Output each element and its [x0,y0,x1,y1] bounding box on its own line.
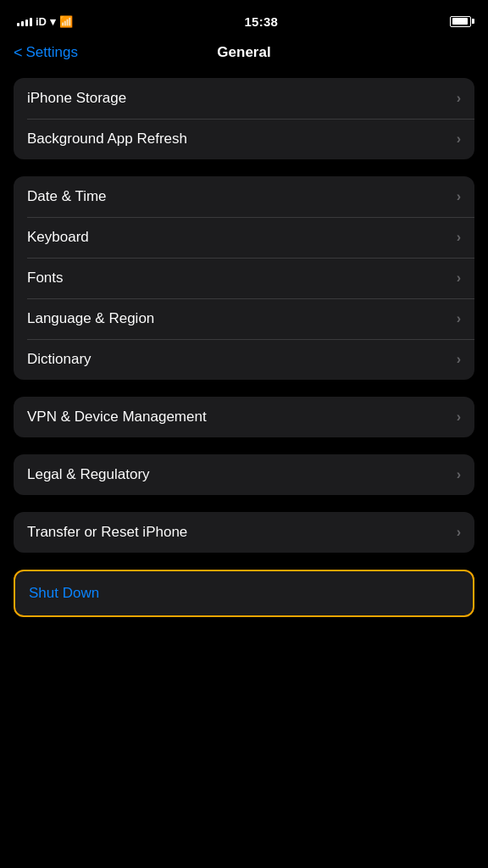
settings-row-vpn-device-management[interactable]: VPN & Device Management › [14,397,474,437]
row-label-date-time: Date & Time [27,188,107,205]
chevron-right-icon: › [457,525,461,540]
status-right [450,16,471,27]
battery-fill [452,18,468,25]
settings-group-5: Transfer or Reset iPhone › [14,512,474,553]
row-label-dictionary: Dictionary [27,351,92,368]
settings-content: iPhone Storage › Background App Refresh … [0,71,488,651]
battery-icon [450,16,471,27]
chevron-right-icon: › [457,409,461,425]
row-label-background-app-refresh: Background App Refresh [27,131,187,147]
chevron-right-icon: › [457,311,461,326]
signal-bars [17,16,32,26]
chevron-right-icon: › [457,230,461,245]
chevron-right-icon: › [457,189,461,204]
signal-bar-4 [30,18,32,26]
settings-row-iphone-storage[interactable]: iPhone Storage › [14,78,474,119]
settings-row-keyboard[interactable]: Keyboard › [14,217,474,258]
settings-row-date-time[interactable]: Date & Time › [14,176,474,217]
carrier-label: iD [36,15,47,28]
back-button[interactable]: < Settings [14,44,78,61]
shutdown-button[interactable]: Shut Down [15,571,473,615]
row-label-transfer-reset: Transfer or Reset iPhone [27,524,187,541]
row-label-legal-regulatory: Legal & Regulatory [27,466,150,483]
chevron-right-icon: › [457,131,461,147]
row-label-fonts: Fonts [27,270,64,287]
settings-group-2: Date & Time › Keyboard › Fonts › Languag… [14,176,474,380]
status-time: 15:38 [244,14,278,29]
signal-bar-1 [17,23,19,26]
settings-row-dictionary[interactable]: Dictionary › [14,339,474,380]
status-left: iD ▾ 📶 [17,15,73,28]
status-bar: iD ▾ 📶 15:38 [0,0,488,37]
back-chevron-icon: < [14,45,23,60]
chevron-right-icon: › [457,270,461,286]
settings-row-fonts[interactable]: Fonts › [14,258,474,298]
shutdown-label: Shut Down [29,585,99,602]
row-label-vpn-device-management: VPN & Device Management [27,409,207,426]
signal-bar-2 [21,21,24,26]
settings-group-4: Legal & Regulatory › [14,454,474,495]
settings-row-language-region[interactable]: Language & Region › [14,298,474,339]
shutdown-group: Shut Down [14,570,474,617]
settings-group-3: VPN & Device Management › [14,397,474,437]
signal-bar-3 [25,19,28,26]
nav-bar: < Settings General [0,37,488,71]
row-label-iphone-storage: iPhone Storage [27,90,126,107]
chevron-right-icon: › [457,91,461,106]
chevron-right-icon: › [457,467,461,482]
chevron-right-icon: › [457,352,461,367]
back-label: Settings [26,44,78,61]
settings-group-1: iPhone Storage › Background App Refresh … [14,78,474,159]
settings-row-transfer-reset[interactable]: Transfer or Reset iPhone › [14,512,474,553]
page-title: General [217,44,270,61]
row-label-language-region: Language & Region [27,310,154,327]
settings-row-background-app-refresh[interactable]: Background App Refresh › [14,119,474,159]
row-label-keyboard: Keyboard [27,229,89,246]
settings-row-legal-regulatory[interactable]: Legal & Regulatory › [14,454,474,495]
wifi-icon: ▾ 📶 [50,15,73,28]
